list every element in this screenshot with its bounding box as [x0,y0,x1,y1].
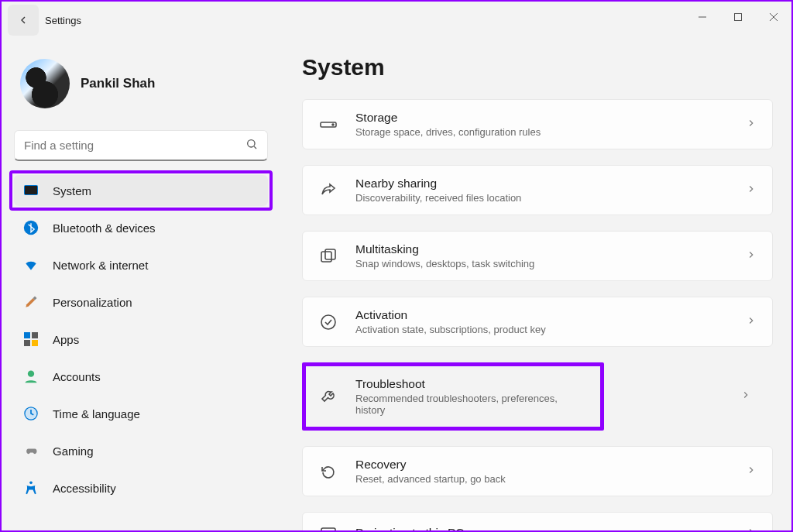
panel-subtitle: Reset, advanced startup, go back [355,473,729,485]
svg-point-15 [332,124,334,125]
panel-subtitle: Snap windows, desktops, task switching [355,258,729,269]
apps-icon [23,331,39,347]
nav-label: Network & internet [53,259,148,272]
panel-nearby-sharing[interactable]: Nearby sharing Discoverability, received… [302,165,773,215]
storage-icon [318,115,338,135]
system-icon [23,183,39,198]
panel-title: Activation [355,308,729,322]
panel-title: Troubleshoot [355,377,588,391]
nav-item-apps[interactable]: Apps [14,324,268,355]
nav-label: Bluetooth & devices [53,221,156,235]
search-icon [245,138,258,153]
profile-section[interactable]: Pankil Shah [14,45,268,130]
wrench-icon [318,386,338,407]
nav-label: Gaming [53,444,94,458]
svg-rect-9 [32,340,38,346]
nav-item-accessibility[interactable]: Accessibility [14,472,268,503]
check-circle-icon [318,312,338,332]
main-content: System Storage Storage space, drives, co… [280,39,791,530]
panel-storage[interactable]: Storage Storage space, drives, configura… [302,99,773,149]
chevron-right-icon [746,118,757,132]
nav-label: Personalization [53,296,132,309]
panel-title: Multitasking [355,242,729,256]
nav-item-network[interactable]: Network & internet [14,249,268,280]
search-box[interactable] [14,130,268,161]
titlebar: Settings [2,2,791,39]
back-button[interactable] [8,5,39,36]
gamepad-icon [23,443,39,458]
svg-point-10 [28,371,34,377]
panel-subtitle: Storage space, drives, configuration rul… [355,126,729,138]
profile-name: Pankil Shah [81,76,155,91]
nav-list: System Bluetooth & devices Network & int… [14,170,268,503]
svg-rect-16 [321,252,331,262]
panel-title: Nearby sharing [355,177,729,190]
page-title: System [302,54,773,81]
chevron-right-icon [746,465,757,479]
panel-title: Recovery [355,458,729,472]
panel-recovery[interactable]: Recovery Reset, advanced startup, go bac… [302,446,773,496]
panel-troubleshoot[interactable]: Troubleshoot Recommended troubleshooters… [306,366,600,427]
recovery-icon [318,462,338,482]
avatar [20,59,70,108]
window-title: Settings [45,15,81,26]
svg-rect-1 [735,14,742,21]
person-icon [23,369,39,384]
panel-subtitle: Recommended troubleshooters, preferences… [355,393,588,416]
svg-point-2 [248,139,255,146]
nav-label: System [53,184,91,197]
nav-item-personalization[interactable]: Personalization [14,287,268,317]
sidebar: Pankil Shah System Bluetoot [2,39,280,530]
chevron-right-icon [746,315,757,329]
nav-label: Apps [53,333,79,346]
svg-rect-19 [321,528,335,530]
svg-rect-17 [325,249,335,259]
chevron-right-icon [746,184,757,197]
nav-item-time[interactable]: Time & language [14,398,268,429]
brush-icon [23,294,39,310]
project-icon [318,523,338,530]
nav-item-system[interactable]: System [14,175,268,206]
highlight-troubleshoot: Troubleshoot Recommended troubleshooters… [302,362,604,431]
panel-activation[interactable]: Activation Activation state, subscriptio… [302,297,773,347]
multitask-icon [318,246,338,266]
panel-projecting[interactable]: Projecting to this PC [302,512,773,530]
maximize-button[interactable] [720,2,756,33]
nav-item-accounts[interactable]: Accounts [14,361,268,392]
chevron-right-icon [746,527,757,530]
bluetooth-icon [23,220,39,235]
nav-label: Accounts [53,370,101,383]
svg-rect-7 [32,332,38,338]
chevron-right-icon [740,390,767,403]
nav-item-bluetooth[interactable]: Bluetooth & devices [14,212,268,243]
panel-list: Storage Storage space, drives, configura… [302,99,773,530]
svg-rect-8 [24,340,30,346]
panel-subtitle: Activation state, subscriptions, product… [355,324,729,335]
nav-label: Time & language [53,407,140,420]
panel-multitasking[interactable]: Multitasking Snap windows, desktops, tas… [302,231,773,281]
nav-label: Accessibility [53,482,116,495]
window-controls [685,2,791,33]
share-icon [318,180,338,201]
search-input[interactable] [24,139,245,152]
close-button[interactable] [756,2,791,33]
svg-point-18 [321,315,335,329]
panel-title: Projecting to this PC [355,526,729,530]
clock-globe-icon [23,406,39,421]
wifi-icon [23,257,39,273]
panel-subtitle: Discoverability, received files location [355,192,729,204]
back-arrow-icon [17,14,29,26]
chevron-right-icon [746,249,757,263]
highlight-system: System [9,170,273,211]
svg-rect-6 [24,332,30,338]
panel-title: Storage [355,111,729,125]
accessibility-icon [23,480,39,496]
svg-point-13 [29,482,33,485]
nav-item-gaming[interactable]: Gaming [14,435,268,466]
minimize-button[interactable] [685,2,720,33]
svg-rect-4 [25,186,37,194]
